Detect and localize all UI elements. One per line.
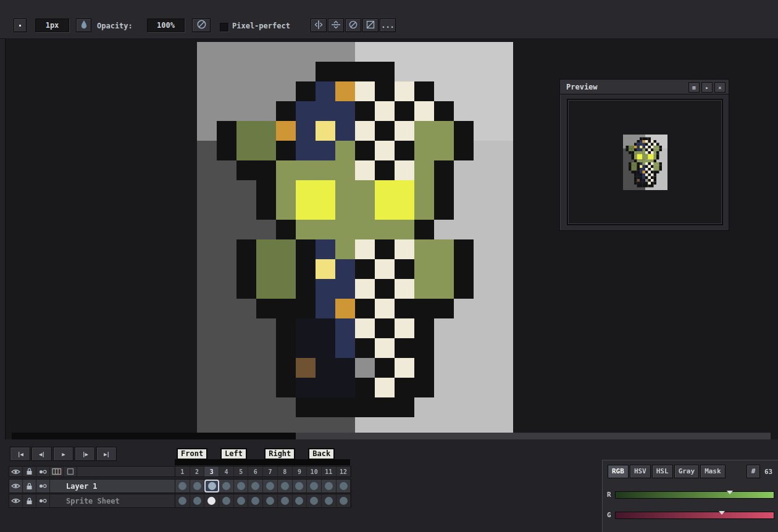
symmetry-antidiagonal-button[interactable] bbox=[362, 19, 379, 32]
frame-number[interactable]: 8 bbox=[278, 467, 293, 476]
continuous-all-icon[interactable] bbox=[36, 467, 50, 476]
preview-zoom-button[interactable]: ⊞ bbox=[688, 82, 700, 93]
scrollbar-handle[interactable] bbox=[296, 433, 771, 439]
cel[interactable] bbox=[263, 480, 278, 493]
layer-controls: Layer 1 bbox=[9, 480, 175, 493]
frame-number[interactable]: 11 bbox=[322, 467, 337, 476]
cel[interactable] bbox=[204, 480, 219, 493]
cel[interactable] bbox=[293, 480, 307, 493]
frame-number[interactable]: 7 bbox=[263, 467, 278, 476]
cel[interactable] bbox=[263, 494, 278, 507]
color-tab-mask[interactable]: Mask bbox=[700, 465, 726, 478]
cel[interactable] bbox=[234, 480, 249, 493]
frame-tag[interactable]: Back bbox=[308, 448, 335, 460]
cel[interactable] bbox=[322, 480, 337, 493]
preview-close-button[interactable]: ✕ bbox=[714, 82, 726, 93]
slider-marker[interactable] bbox=[727, 491, 733, 494]
hex-button[interactable]: # bbox=[747, 465, 760, 478]
cel[interactable] bbox=[175, 494, 190, 507]
cel[interactable] bbox=[278, 494, 293, 507]
frame-number[interactable]: 12 bbox=[337, 467, 351, 476]
playback-prev-button[interactable]: ◀| bbox=[31, 447, 52, 461]
playback-next-button[interactable]: |▶ bbox=[75, 447, 95, 461]
eye-icon[interactable] bbox=[9, 480, 23, 493]
frame-number[interactable]: 6 bbox=[249, 467, 264, 476]
playback-last-button[interactable]: ▶| bbox=[96, 447, 117, 461]
preview-titlebar[interactable]: Preview ⊞▸✕ bbox=[560, 80, 729, 94]
frame-number[interactable]: 1 bbox=[175, 467, 190, 476]
horizontal-scrollbar[interactable] bbox=[12, 433, 771, 439]
pixel-perfect-checkbox[interactable] bbox=[220, 23, 228, 31]
continuous-icon[interactable] bbox=[36, 494, 50, 507]
cel-dot bbox=[193, 497, 201, 505]
cel-dot bbox=[222, 497, 230, 505]
symmetry-diagonal-button[interactable] bbox=[345, 19, 361, 32]
channel-slider[interactable] bbox=[615, 491, 774, 499]
cel[interactable] bbox=[307, 480, 322, 493]
playback-play-button[interactable]: ▶ bbox=[53, 447, 73, 461]
color-tab-hsv[interactable]: HSV bbox=[630, 465, 651, 478]
frame-tag[interactable]: Right bbox=[264, 448, 295, 460]
cel[interactable] bbox=[278, 480, 293, 493]
cel[interactable] bbox=[175, 480, 190, 493]
timeline-header: 123456789101112 bbox=[9, 466, 351, 477]
cel[interactable] bbox=[249, 494, 264, 507]
cel[interactable] bbox=[249, 480, 264, 493]
frame-number[interactable]: 2 bbox=[190, 467, 205, 476]
sprite-canvas[interactable] bbox=[197, 42, 513, 437]
cel-box-icon[interactable] bbox=[64, 467, 77, 476]
symmetry-vertical-button[interactable] bbox=[311, 19, 327, 32]
layer-controls: Sprite Sheet bbox=[9, 494, 175, 507]
ink-button[interactable] bbox=[76, 19, 91, 32]
cel[interactable] bbox=[307, 494, 322, 507]
cel[interactable] bbox=[190, 494, 205, 507]
canvas-area[interactable]: Preview ⊞▸✕ bbox=[5, 38, 778, 439]
onion-skin-icon[interactable] bbox=[50, 467, 64, 476]
symmetry-horizontal-button[interactable] bbox=[328, 19, 344, 32]
frame-number[interactable]: 5 bbox=[234, 467, 249, 476]
symmetry-options-button[interactable]: ... bbox=[380, 19, 396, 32]
cel-dot bbox=[340, 497, 348, 505]
hex-value: 63 bbox=[764, 468, 772, 476]
color-tab-hsl[interactable]: HSL bbox=[652, 465, 673, 478]
color-tab-gray[interactable]: Gray bbox=[674, 465, 700, 478]
ink-type-button[interactable] bbox=[192, 19, 211, 32]
cel[interactable] bbox=[204, 494, 219, 507]
frame-number[interactable]: 4 bbox=[219, 467, 234, 476]
eye-all-icon[interactable] bbox=[9, 467, 23, 476]
layer-name[interactable]: Layer 1 bbox=[50, 482, 98, 491]
preview-play-button[interactable]: ▸ bbox=[701, 82, 713, 93]
cel[interactable] bbox=[293, 494, 307, 507]
frame-tag[interactable]: Front bbox=[177, 448, 207, 460]
opacity-field[interactable]: 100% bbox=[147, 19, 185, 32]
ink-drop-icon bbox=[80, 20, 88, 31]
cel-dot bbox=[266, 497, 274, 505]
layer-name[interactable]: Sprite Sheet bbox=[50, 497, 120, 505]
cel[interactable] bbox=[234, 494, 249, 507]
frame-number[interactable]: 9 bbox=[293, 467, 307, 476]
slider-marker[interactable] bbox=[719, 511, 725, 515]
frame-number[interactable]: 3 bbox=[204, 467, 219, 476]
cel[interactable] bbox=[190, 480, 205, 493]
channel-label: R bbox=[607, 491, 611, 499]
channel-slider[interactable] bbox=[615, 512, 774, 519]
playback-first-button[interactable]: |◀ bbox=[10, 447, 30, 461]
eye-icon[interactable] bbox=[9, 494, 23, 507]
cel[interactable] bbox=[219, 480, 234, 493]
frame-number[interactable]: 10 bbox=[307, 467, 322, 476]
lock-icon[interactable] bbox=[23, 494, 36, 507]
cel[interactable] bbox=[322, 494, 337, 507]
layer-row: Sprite Sheet bbox=[9, 494, 351, 508]
preview-title: Preview bbox=[566, 83, 598, 91]
continuous-icon[interactable] bbox=[36, 480, 50, 493]
color-tab-rgb[interactable]: RGB bbox=[608, 465, 629, 478]
lock-icon[interactable] bbox=[23, 480, 36, 493]
brush-size-field[interactable]: 1px bbox=[35, 19, 69, 32]
color-panel: RGBHSVHSLGrayMask # 63 RG bbox=[602, 460, 778, 532]
brush-size-button[interactable] bbox=[14, 19, 27, 32]
lock-all-icon[interactable] bbox=[23, 467, 36, 476]
cel[interactable] bbox=[219, 494, 234, 507]
cel[interactable] bbox=[337, 494, 351, 507]
frame-tag[interactable]: Left bbox=[220, 448, 247, 460]
cel[interactable] bbox=[337, 480, 351, 493]
